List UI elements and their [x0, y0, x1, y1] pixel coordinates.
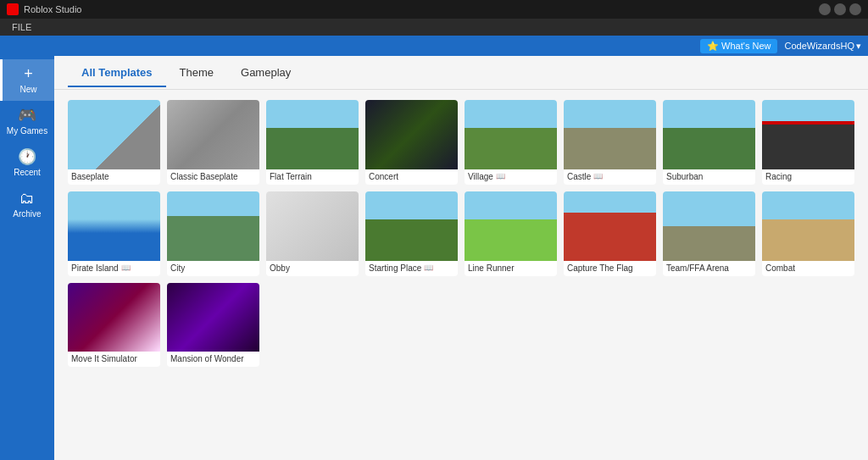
file-menu[interactable]: FILE	[7, 22, 36, 32]
template-card-move-it-simulator[interactable]: Move It Simulator	[68, 283, 160, 368]
template-thumb-capture-the-flag	[564, 191, 656, 261]
sidebar-my-games-label: My Games	[7, 126, 47, 136]
template-thumb-village	[465, 100, 557, 169]
tab-gameplay[interactable]: Gameplay	[227, 59, 304, 87]
thumb-scene-capture-the-flag	[564, 191, 656, 261]
template-label-classic-baseplate: Classic Baseplate	[167, 169, 259, 185]
thumb-scene-team-ffa-arena	[663, 191, 755, 261]
template-card-obby[interactable]: Obby	[266, 191, 359, 276]
template-label-flat-terrain: Flat Terrain	[266, 169, 359, 185]
template-label-pirate-island: Pirate Island 📖	[68, 261, 160, 276]
sidebar-item-archive[interactable]: 🗂 Archive	[0, 184, 54, 225]
template-label-castle: Castle 📖	[564, 169, 656, 185]
thumb-scene-classic-baseplate	[167, 100, 259, 169]
template-thumb-line-runner	[465, 191, 557, 261]
template-thumb-baseplate	[68, 100, 160, 169]
template-thumb-city	[167, 191, 259, 261]
template-card-village[interactable]: Village 📖	[465, 100, 557, 185]
thumb-scene-village	[465, 100, 557, 169]
template-grid-container: Baseplate Classic Baseplate Flat Terrain…	[54, 90, 868, 460]
titlebar-controls[interactable]	[819, 3, 861, 15]
tab-all-templates[interactable]: All Templates	[68, 59, 166, 87]
template-thumb-pirate-island	[68, 191, 160, 261]
thumb-scene-concert	[365, 100, 458, 169]
template-label-suburban: Suburban	[663, 169, 755, 185]
sidebar-recent-label: Recent	[14, 168, 41, 177]
template-card-starting-place[interactable]: Starting Place 📖	[365, 191, 458, 276]
template-card-baseplate[interactable]: Baseplate	[68, 100, 160, 185]
thumb-scene-castle	[564, 100, 656, 169]
thumb-scene-starting-place	[365, 191, 458, 261]
template-thumb-flat-terrain	[266, 100, 359, 169]
template-label-village: Village 📖	[465, 169, 557, 185]
template-thumb-team-ffa-arena	[663, 191, 755, 261]
content-area: All Templates Theme Gameplay Baseplate C…	[54, 56, 868, 460]
book-icon: 📖	[121, 263, 131, 272]
template-label-baseplate: Baseplate	[68, 169, 160, 185]
template-card-team-ffa-arena[interactable]: Team/FFA Arena	[663, 191, 755, 276]
thumb-scene-combat	[762, 191, 854, 261]
main-layout: + New 🎮 My Games 🕐 Recent 🗂 Archive All …	[0, 56, 868, 460]
tabs-bar: All Templates Theme Gameplay	[54, 56, 868, 90]
maximize-button[interactable]	[834, 3, 846, 15]
my-games-icon: 🎮	[18, 108, 36, 123]
template-label-starting-place: Starting Place 📖	[365, 261, 458, 276]
whats-new-button[interactable]: ⭐ What's New	[700, 39, 777, 53]
template-card-capture-the-flag[interactable]: Capture The Flag	[564, 191, 656, 276]
thumb-scene-line-runner	[465, 191, 557, 261]
template-label-team-ffa-arena: Team/FFA Arena	[663, 261, 755, 276]
thumb-scene-pirate-island	[68, 191, 160, 261]
template-thumb-classic-baseplate	[167, 100, 259, 169]
tab-theme[interactable]: Theme	[166, 59, 227, 87]
template-label-city: City	[167, 261, 259, 276]
thumb-scene-racing	[762, 100, 854, 169]
app-title: Roblox Studio	[24, 4, 82, 14]
toolbar: ⭐ What's New CodeWizardsHQ ▾	[0, 36, 868, 56]
thumb-scene-city	[167, 191, 259, 261]
template-thumb-castle	[564, 100, 656, 169]
thumb-scene-mansion-of-wonder	[167, 283, 259, 352]
template-label-combat: Combat	[762, 261, 854, 276]
template-card-mansion-of-wonder[interactable]: Mansion of Wonder	[167, 283, 259, 368]
titlebar-left: Roblox Studio	[7, 3, 82, 15]
template-card-line-runner[interactable]: Line Runner	[465, 191, 557, 276]
template-label-capture-the-flag: Capture The Flag	[564, 261, 656, 276]
template-thumb-move-it-simulator	[68, 283, 160, 352]
template-card-classic-baseplate[interactable]: Classic Baseplate	[167, 100, 259, 185]
sidebar-new-label: New	[19, 85, 36, 94]
template-card-suburban[interactable]: Suburban	[663, 100, 755, 185]
template-card-combat[interactable]: Combat	[762, 191, 854, 276]
book-icon: 📖	[496, 172, 505, 180]
template-thumb-obby	[266, 191, 359, 261]
thumb-scene-obby	[266, 191, 359, 261]
sidebar-item-new[interactable]: + New	[0, 59, 54, 101]
template-card-castle[interactable]: Castle 📖	[564, 100, 656, 185]
template-label-line-runner: Line Runner	[465, 261, 557, 276]
book-icon: 📖	[593, 172, 603, 180]
template-card-concert[interactable]: Concert	[365, 100, 458, 185]
archive-icon: 🗂	[19, 191, 35, 206]
template-card-pirate-island[interactable]: Pirate Island 📖	[68, 191, 160, 276]
close-button[interactable]	[849, 3, 861, 15]
sidebar: + New 🎮 My Games 🕐 Recent 🗂 Archive	[0, 56, 54, 460]
template-thumb-mansion-of-wonder	[167, 283, 259, 352]
template-thumb-racing	[762, 100, 854, 169]
book-icon: 📖	[424, 263, 433, 272]
template-card-flat-terrain[interactable]: Flat Terrain	[266, 100, 359, 185]
template-label-racing: Racing	[762, 169, 854, 185]
template-thumb-starting-place	[365, 191, 458, 261]
template-card-racing[interactable]: Racing	[762, 100, 854, 185]
template-label-mansion-of-wonder: Mansion of Wonder	[167, 352, 259, 367]
template-thumb-concert	[365, 100, 458, 169]
template-label-concert: Concert	[365, 169, 458, 185]
user-name: CodeWizardsHQ ▾	[784, 41, 861, 52]
template-thumb-combat	[762, 191, 854, 261]
minimize-button[interactable]	[819, 3, 831, 15]
template-label-move-it-simulator: Move It Simulator	[68, 352, 160, 367]
thumb-scene-move-it-simulator	[68, 283, 160, 352]
sidebar-item-my-games[interactable]: 🎮 My Games	[0, 101, 54, 142]
user-chevron-icon: ▾	[856, 41, 861, 52]
sidebar-item-recent[interactable]: 🕐 Recent	[0, 142, 54, 184]
template-card-city[interactable]: City	[167, 191, 259, 276]
titlebar: Roblox Studio	[0, 0, 868, 19]
